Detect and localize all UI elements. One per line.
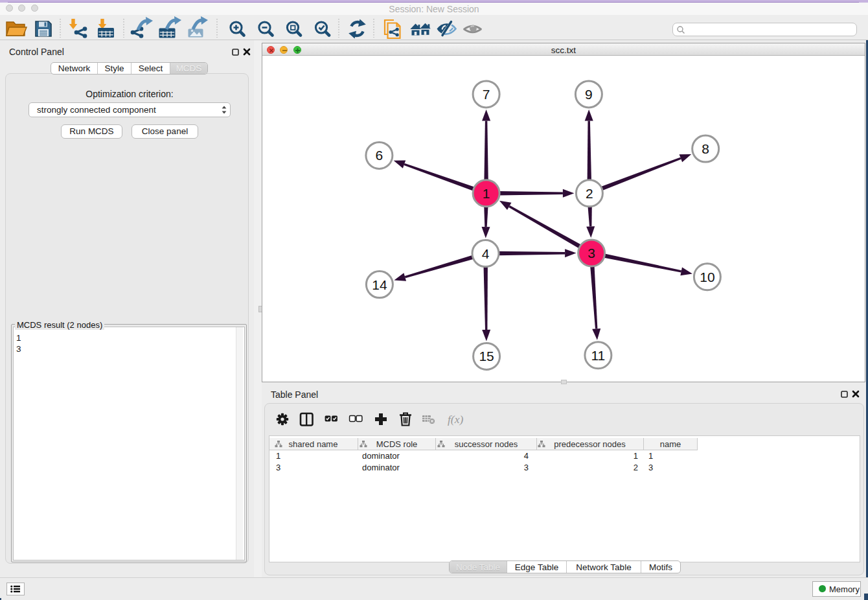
svg-text:f(x): f(x) [448,413,463,426]
